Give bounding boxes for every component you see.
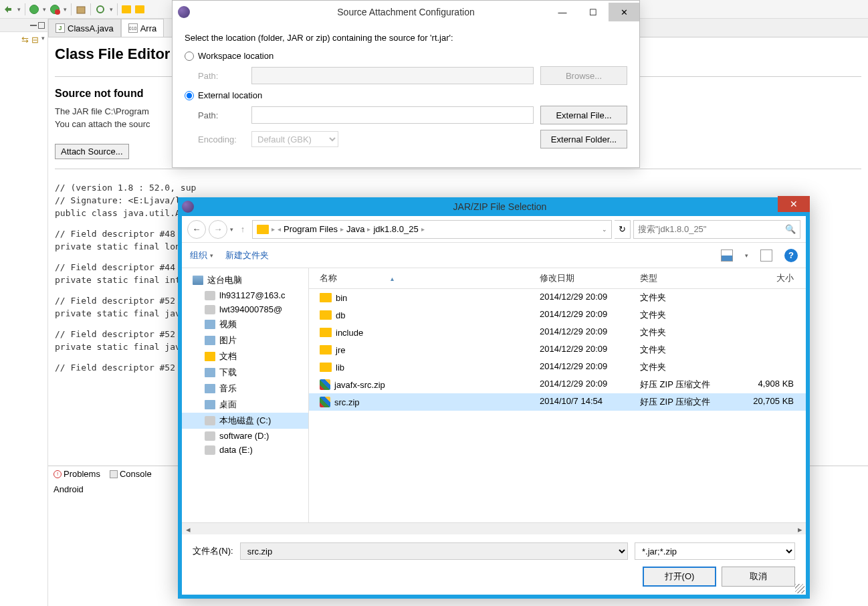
package-icon[interactable] xyxy=(76,4,86,15)
search-input[interactable] xyxy=(638,224,785,234)
close-button[interactable]: ✕ xyxy=(778,196,810,212)
tree-item[interactable]: 音乐 xyxy=(182,381,308,397)
file-list-header: 名称▴ 修改日期 类型 大小 xyxy=(309,268,806,289)
class-file-icon: 010 xyxy=(128,23,138,33)
dropdown-icon[interactable]: ▾ xyxy=(41,35,45,45)
dropdown-icon[interactable]: ▾ xyxy=(64,6,67,13)
collapse-icon[interactable]: ⊟ xyxy=(31,35,39,45)
desktop-icon xyxy=(205,400,215,409)
tree-item[interactable]: 下载 xyxy=(182,365,308,381)
new-folder-button[interactable]: 新建文件夹 xyxy=(225,249,269,262)
preview-pane-icon[interactable] xyxy=(760,249,772,262)
chevron-left-icon[interactable]: ◂ xyxy=(278,225,281,233)
encoding-row: Encoding: Default (GBK) External Folder.… xyxy=(198,130,627,148)
file-row[interactable]: bin2014/12/29 20:09文件夹 xyxy=(309,289,806,306)
external-location-radio[interactable] xyxy=(185,91,194,100)
chevron-right-icon[interactable]: ▸ xyxy=(367,225,370,233)
breadcrumb-item[interactable]: jdk1.8.0_25 xyxy=(373,224,418,234)
dropdown-icon[interactable]: ▾ xyxy=(43,6,46,13)
horizontal-scrollbar[interactable]: ◂ ▸ xyxy=(182,522,806,534)
run-icon[interactable] xyxy=(50,5,60,14)
file-row[interactable]: include2014/12/29 20:09文件夹 xyxy=(309,324,806,341)
file-row[interactable]: lib2014/12/29 20:09文件夹 xyxy=(309,359,806,376)
dropdown-icon[interactable]: ▾ xyxy=(110,6,113,13)
tree-item[interactable]: 桌面 xyxy=(182,397,308,413)
scroll-right-icon[interactable]: ▸ xyxy=(794,523,806,535)
tab-classa[interactable]: J ClassA.java xyxy=(48,19,121,37)
workspace-location-radio[interactable] xyxy=(185,52,194,61)
tree-item-drive-d[interactable]: software (D:) xyxy=(182,429,308,443)
tab-problems[interactable]: ! Problems xyxy=(49,468,104,480)
file-row[interactable]: src.zip2014/10/7 14:54好压 ZIP 压缩文件20,705 … xyxy=(309,393,806,411)
dropdown-icon[interactable]: ▾ xyxy=(17,6,21,13)
dialog-titlebar[interactable]: Source Attachment Configuration — ☐ ✕ xyxy=(173,1,639,23)
breadcrumb[interactable]: ▸ ◂ Program Files ▸ Java ▸ jdk1.8.0_25 ▸… xyxy=(252,220,612,239)
restore-icon[interactable] xyxy=(38,22,45,29)
drive-icon xyxy=(205,291,215,300)
external-file-button[interactable]: External File... xyxy=(540,106,627,124)
file-type: 文件夹 xyxy=(640,292,740,304)
dialog-prompt: Select the location (folder, JAR or zip)… xyxy=(185,33,627,43)
filename-input[interactable]: src.zip xyxy=(240,542,628,560)
tree-item[interactable]: 文档 xyxy=(182,348,308,365)
file-filter-select[interactable]: *.jar;*.zip xyxy=(635,542,795,560)
tree-computer[interactable]: 这台电脑 xyxy=(182,272,308,288)
organize-menu[interactable]: 组织 ▾ xyxy=(190,249,213,262)
chevron-right-icon[interactable]: ▸ xyxy=(421,225,425,233)
open-button[interactable]: 打开(O) xyxy=(643,567,716,587)
search-icon[interactable]: 🔍 xyxy=(785,224,796,234)
tree-panel[interactable]: 这台电脑 lh931127@163.c lwt394000785@ 视频 图片 … xyxy=(182,268,309,522)
tab-console[interactable]: Console xyxy=(106,468,156,480)
file-row[interactable]: jre2014/12/29 20:09文件夹 xyxy=(309,341,806,359)
file-type: 文件夹 xyxy=(640,344,740,356)
minimize-icon[interactable] xyxy=(30,25,37,26)
minimize-button[interactable]: — xyxy=(547,3,578,21)
breadcrumb-item[interactable]: Java xyxy=(346,224,364,234)
close-button[interactable]: ✕ xyxy=(609,3,639,21)
scroll-left-icon[interactable]: ◂ xyxy=(182,523,194,535)
attach-source-button[interactable]: Attach Source... xyxy=(55,144,129,159)
file-name-text: jre xyxy=(336,345,345,355)
column-type[interactable]: 类型 xyxy=(640,272,740,284)
external-folder-button[interactable]: External Folder... xyxy=(540,130,627,148)
file-date: 2014/10/7 14:54 xyxy=(540,396,640,408)
link-icon[interactable]: ⇆ xyxy=(21,35,29,45)
folder-icon[interactable] xyxy=(122,5,131,13)
chevron-right-icon[interactable]: ▸ xyxy=(340,225,344,233)
search-box[interactable]: 🔍 xyxy=(633,220,800,239)
up-button[interactable]: ↑ xyxy=(236,223,249,236)
column-name[interactable]: 名称▴ xyxy=(314,272,540,284)
file-list[interactable]: bin2014/12/29 20:09文件夹db2014/12/29 20:09… xyxy=(309,289,806,522)
refresh-button[interactable]: ↻ xyxy=(615,220,631,239)
tree-item[interactable]: 视频 xyxy=(182,316,308,332)
column-size[interactable]: 大小 xyxy=(740,272,800,284)
folder-icon[interactable] xyxy=(135,5,144,13)
file-row[interactable]: javafx-src.zip2014/12/29 20:09好压 ZIP 压缩文… xyxy=(309,376,806,393)
back-button[interactable]: ← xyxy=(187,220,206,239)
history-dropdown[interactable]: ▾ xyxy=(230,226,233,233)
forward-button[interactable]: → xyxy=(209,220,227,239)
tree-item[interactable]: lwt394000785@ xyxy=(182,302,308,316)
help-icon[interactable]: ? xyxy=(784,249,798,262)
tree-item[interactable]: 图片 xyxy=(182,332,308,348)
file-size xyxy=(740,344,800,356)
tree-item[interactable]: lh931127@163.c xyxy=(182,288,308,302)
column-date[interactable]: 修改日期 xyxy=(540,272,640,284)
tab-arra[interactable]: 010 Arra xyxy=(121,19,165,37)
view-options-icon[interactable] xyxy=(721,249,733,262)
breadcrumb-item[interactable]: Program Files xyxy=(284,224,338,234)
maximize-button[interactable]: ☐ xyxy=(578,3,609,21)
resize-grip[interactable] xyxy=(795,584,804,593)
tree-item-drive-c[interactable]: 本地磁盘 (C:) xyxy=(182,413,308,429)
tree-item-drive-e[interactable]: data (E:) xyxy=(182,443,308,457)
run-icon[interactable] xyxy=(29,5,39,14)
breadcrumb-dropdown[interactable]: ⌄ xyxy=(602,226,607,233)
dialog-titlebar[interactable]: JAR/ZIP File Selection ✕ xyxy=(178,197,810,216)
left-gutter: ⇆ ⊟ ▾ xyxy=(0,19,48,606)
cancel-button[interactable]: 取消 xyxy=(722,567,795,587)
file-row[interactable]: db2014/12/29 20:09文件夹 xyxy=(309,306,806,324)
external-path-input[interactable] xyxy=(251,106,534,124)
refresh-icon[interactable] xyxy=(95,4,106,15)
debug-icon[interactable] xyxy=(3,4,13,15)
dropdown-icon[interactable]: ▾ xyxy=(745,252,748,259)
